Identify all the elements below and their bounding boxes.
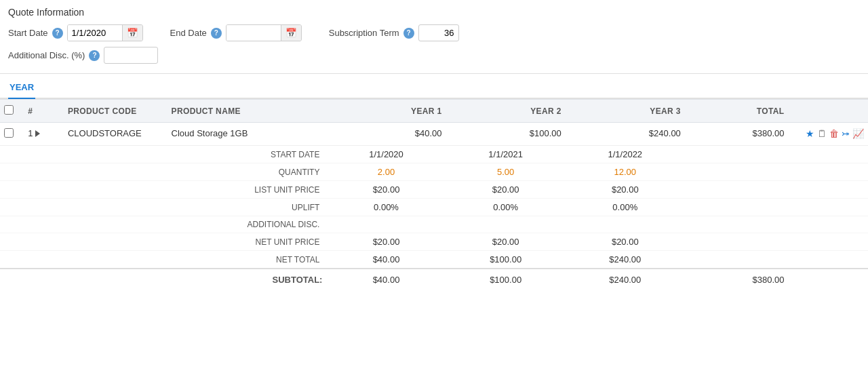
detail-year2-net-total: $100.00 — [446, 251, 566, 269]
row-year1-cell: $40.00 — [326, 123, 446, 146]
header-actions — [789, 100, 868, 123]
detail-year3-additional-disc — [566, 216, 685, 233]
detail-year2-list-unit-price: $20.00 — [446, 181, 566, 199]
select-all-checkbox[interactable] — [4, 105, 14, 115]
end-date-calendar-button[interactable]: 📅 — [281, 25, 301, 41]
detail-label-list-unit-price: LIST UNIT PRICE — [0, 181, 326, 199]
delete-icon[interactable]: 🗑 — [829, 128, 839, 139]
star-icon[interactable]: ★ — [806, 128, 814, 139]
detail-row-uplift: UPLIFT 0.00% 0.00% 0.00% — [0, 199, 868, 216]
detail-total-net-total — [685, 251, 868, 269]
start-date-label: Start Date — [8, 28, 48, 38]
row-num-cell: 1 — [24, 123, 64, 146]
additional-disc-label: Additional Disc. (%) — [8, 50, 85, 60]
detail-year2-quantity: 5.00 — [446, 163, 566, 181]
detail-total-additional-disc — [685, 216, 868, 233]
row-code-cell: CLOUDSTORAGE — [64, 123, 167, 146]
detail-label-uplift: UPLIFT — [0, 199, 326, 216]
header-product-name: PRODUCT NAME — [167, 100, 327, 123]
detail-row-net-total: NET TOTAL $40.00 $100.00 $240.00 — [0, 251, 868, 269]
subscription-term-group: Subscription Term ? — [329, 24, 459, 41]
start-date-input[interactable] — [68, 25, 122, 41]
detail-row-start-date: START DATE 1/1/2020 1/1/2021 1/1/2022 — [0, 146, 868, 163]
row-year3-cell: $240.00 — [566, 123, 685, 146]
header-num: # — [24, 100, 64, 123]
row-year2-cell: $100.00 — [446, 123, 566, 146]
detail-year1-net-total: $40.00 — [326, 251, 446, 269]
header-year1: YEAR 1 — [326, 100, 446, 123]
detail-year1-quantity: 2.00 — [326, 163, 446, 181]
subscription-term-help-icon[interactable]: ? — [403, 28, 414, 39]
page-title: Quote Information — [8, 7, 860, 18]
table-header: # PRODUCT CODE PRODUCT NAME YEAR 1 YEAR … — [0, 100, 868, 123]
detail-year2-net-unit-price: $20.00 — [446, 233, 566, 251]
subtotal-row: SUBTOTAL: $40.00 $100.00 $240.00 $380.00 — [0, 269, 868, 290]
detail-label-quantity: QUANTITY — [0, 163, 326, 181]
subtotal-year2: $100.00 — [446, 269, 566, 290]
product-row: 1 CLOUDSTORAGE Cloud Storage 1GB $40.00 … — [0, 123, 868, 146]
detail-total-net-unit-price — [685, 233, 868, 251]
detail-row-list-unit-price: LIST UNIT PRICE $20.00 $20.00 $20.00 — [0, 181, 868, 199]
additional-disc-input[interactable] — [104, 47, 158, 64]
detail-row-quantity: QUANTITY 2.00 5.00 12.00 — [0, 163, 868, 181]
form-row-dates: Start Date ? 📅 End Date ? 📅 Subscription… — [8, 24, 860, 41]
end-date-group: End Date ? 📅 — [170, 24, 302, 41]
header-total: TOTAL — [685, 100, 789, 123]
action-icons-group: ★ 🗒 🗑 ⤖ 📈 — [793, 128, 864, 139]
end-date-input-wrap: 📅 — [226, 24, 302, 41]
detail-label-start-date: START DATE — [0, 146, 326, 163]
header-check — [0, 100, 24, 123]
detail-label-net-unit-price: NET UNIT PRICE — [0, 233, 326, 251]
tab-bar: YEAR — [0, 77, 868, 99]
detail-year3-start-date: 1/1/2022 — [566, 146, 685, 163]
detail-year3-net-total: $240.00 — [566, 251, 685, 269]
subtotal-label: SUBTOTAL: — [0, 269, 326, 290]
detail-year2-additional-disc — [446, 216, 566, 233]
end-date-label: End Date — [170, 28, 207, 38]
row-total-cell: $380.00 — [685, 123, 789, 146]
quote-header: Quote Information Start Date ? 📅 End Dat… — [0, 0, 868, 74]
detail-label-additional-disc: ADDITIONAL DISC. — [0, 216, 326, 233]
detail-year1-net-unit-price: $20.00 — [326, 233, 446, 251]
detail-total-start-date — [685, 146, 868, 163]
subtotal-year1: $40.00 — [326, 269, 446, 290]
detail-year3-net-unit-price: $20.00 — [566, 233, 685, 251]
detail-year2-uplift: 0.00% — [446, 199, 566, 216]
row-name-cell: Cloud Storage 1GB — [167, 123, 327, 146]
copy-icon[interactable]: 🗒 — [817, 128, 827, 139]
detail-year1-start-date: 1/1/2020 — [326, 146, 446, 163]
subtotal-total: $380.00 — [685, 269, 789, 290]
subscription-term-label: Subscription Term — [329, 28, 399, 38]
table-body: 1 CLOUDSTORAGE Cloud Storage 1GB $40.00 … — [0, 123, 868, 291]
detail-total-uplift — [685, 199, 868, 216]
detail-year1-additional-disc — [326, 216, 446, 233]
subtotal-year3: $240.00 — [566, 269, 685, 290]
form-row-disc: Additional Disc. (%) ? — [8, 47, 860, 64]
row-expand-arrow[interactable] — [35, 130, 40, 137]
detail-total-list-unit-price — [685, 181, 868, 199]
expand-chart-icon[interactable]: ⤖ — [842, 128, 850, 139]
start-date-calendar-button[interactable]: 📅 — [122, 25, 142, 41]
end-date-input[interactable] — [226, 25, 281, 41]
header-year3: YEAR 3 — [566, 100, 685, 123]
start-date-help-icon[interactable]: ? — [52, 28, 63, 39]
detail-year1-uplift: 0.00% — [326, 199, 446, 216]
detail-year3-uplift: 0.00% — [566, 199, 685, 216]
tab-year[interactable]: YEAR — [8, 77, 35, 99]
additional-disc-group: Additional Disc. (%) ? — [8, 47, 158, 64]
end-date-help-icon[interactable]: ? — [211, 28, 222, 39]
quote-table: # PRODUCT CODE PRODUCT NAME YEAR 1 YEAR … — [0, 99, 868, 290]
row-checkbox[interactable] — [4, 128, 14, 138]
detail-year3-quantity: 12.00 — [566, 163, 685, 181]
start-date-input-wrap: 📅 — [67, 24, 143, 41]
additional-disc-help-icon[interactable]: ? — [89, 50, 100, 61]
trend-icon[interactable]: 📈 — [852, 128, 864, 139]
subtotal-actions — [789, 269, 868, 290]
row-check-cell — [0, 123, 24, 146]
subscription-term-input[interactable] — [418, 24, 459, 41]
row-number: 1 — [28, 128, 33, 138]
detail-row-additional-disc: ADDITIONAL DISC. — [0, 216, 868, 233]
detail-row-net-unit-price: NET UNIT PRICE $20.00 $20.00 $20.00 — [0, 233, 868, 251]
detail-label-net-total: NET TOTAL — [0, 251, 326, 269]
detail-year1-list-unit-price: $20.00 — [326, 181, 446, 199]
